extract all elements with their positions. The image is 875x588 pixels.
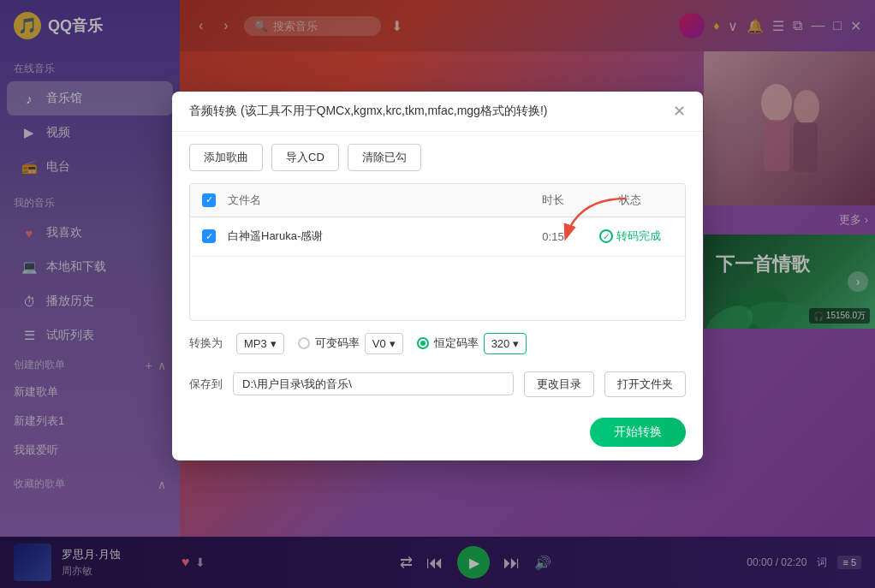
file-table: 文件名 时长 状态 白神遥Haruka-感谢 0:15 ✓ 转码完成 bbox=[189, 182, 686, 320]
start-convert-button[interactable]: 开始转换 bbox=[590, 417, 686, 446]
save-path-input[interactable] bbox=[233, 372, 514, 395]
row-duration: 0:15 bbox=[519, 229, 587, 242]
vbr-radio-group: 可变码率 V0 ▾ bbox=[298, 332, 403, 353]
row-checkbox[interactable] bbox=[202, 229, 216, 243]
cbr-select[interactable]: 320 ▾ bbox=[484, 332, 527, 353]
cbr-chevron-icon: ▾ bbox=[513, 336, 519, 349]
vbr-chevron-icon: ▾ bbox=[390, 336, 396, 349]
dialog-title: 音频转换 (该工具不用于QMCx,kgmx,krc,tkm,mfac,mgg格式… bbox=[189, 103, 547, 118]
table-body: 白神遥Haruka-感谢 0:15 ✓ 转码完成 bbox=[190, 217, 685, 319]
import-cd-button[interactable]: 导入CD bbox=[271, 143, 339, 170]
status-check-icon: ✓ bbox=[599, 229, 613, 243]
format-label: 转换为 bbox=[189, 336, 223, 351]
cbr-label: 恒定码率 bbox=[434, 336, 479, 351]
save-row: 保存到 更改目录 打开文件夹 bbox=[172, 365, 703, 408]
save-label: 保存到 bbox=[189, 376, 223, 391]
table-header-check bbox=[202, 193, 228, 206]
vbr-label: 可变码率 bbox=[315, 336, 360, 351]
row-checkbox-col bbox=[202, 229, 228, 243]
dialog-close-button[interactable]: ✕ bbox=[673, 103, 686, 118]
cbr-value: 320 bbox=[491, 336, 510, 349]
table-col-filename: 文件名 bbox=[228, 192, 519, 207]
vbr-value: V0 bbox=[372, 336, 386, 349]
dialog-header: 音频转换 (该工具不用于QMCx,kgmx,krc,tkm,mfac,mgg格式… bbox=[172, 91, 703, 131]
table-col-duration: 时长 bbox=[519, 192, 587, 207]
table-row: 白神遥Haruka-感谢 0:15 ✓ 转码完成 bbox=[190, 217, 685, 256]
table-header: 文件名 时长 状态 bbox=[190, 183, 685, 217]
format-value: MP3 bbox=[244, 336, 267, 349]
format-options: 转换为 MP3 ▾ 可变码率 V0 ▾ 恒定码率 320 ▾ bbox=[172, 320, 703, 365]
audio-convert-dialog: 音频转换 (该工具不用于QMCx,kgmx,krc,tkm,mfac,mgg格式… bbox=[172, 91, 703, 460]
dialog-footer: 开始转换 bbox=[172, 408, 703, 460]
clear-checked-button[interactable]: 清除已勾 bbox=[348, 143, 421, 170]
open-folder-button[interactable]: 打开文件夹 bbox=[604, 371, 686, 396]
change-dir-button[interactable]: 更改目录 bbox=[524, 371, 594, 396]
format-chevron-icon: ▾ bbox=[271, 336, 277, 349]
vbr-radio[interactable] bbox=[298, 337, 310, 349]
format-select[interactable]: MP3 ▾ bbox=[236, 332, 284, 353]
status-text: 转码完成 bbox=[616, 229, 661, 244]
table-col-status: 状态 bbox=[587, 192, 673, 207]
row-filename: 白神遥Haruka-感谢 bbox=[228, 229, 519, 244]
add-song-button[interactable]: 添加歌曲 bbox=[189, 143, 263, 170]
cbr-radio-group: 恒定码率 320 ▾ bbox=[417, 332, 527, 353]
dialog-toolbar: 添加歌曲 导入CD 清除已勾 bbox=[172, 131, 703, 182]
vbr-select[interactable]: V0 ▾ bbox=[365, 332, 403, 353]
select-all-checkbox[interactable] bbox=[202, 193, 216, 206]
row-status: ✓ 转码完成 bbox=[587, 229, 673, 244]
cbr-radio[interactable] bbox=[417, 337, 429, 349]
